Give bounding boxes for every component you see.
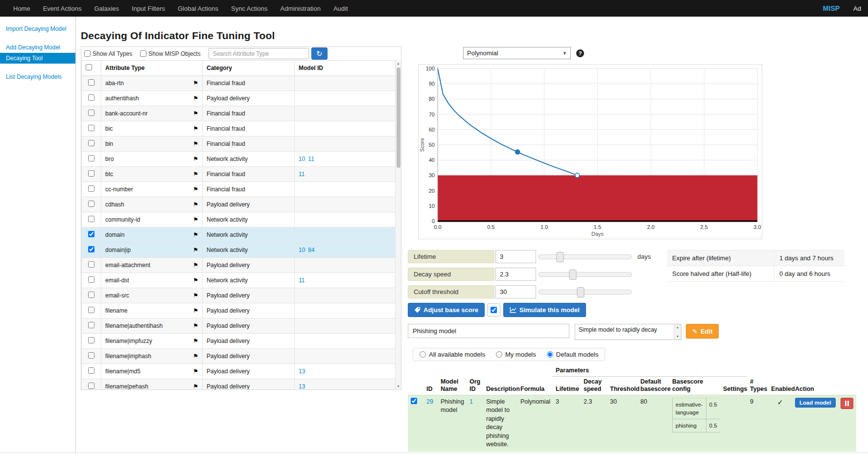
model-id-link[interactable]: 11: [308, 156, 314, 162]
scroll-down-icon[interactable]: ▼: [676, 335, 679, 338]
attribute-row-checkbox[interactable]: [88, 367, 94, 374]
attribute-row-checkbox[interactable]: [88, 246, 94, 252]
attribute-row[interactable]: email-dst⚑ Network activity 11: [82, 273, 396, 288]
attribute-row-checkbox[interactable]: [88, 94, 94, 101]
textarea-scrollbar[interactable]: ▲ ▼: [674, 324, 681, 340]
filter-all-models[interactable]: All available models: [420, 351, 485, 358]
sidebar-item[interactable]: List Decaying Models: [0, 71, 75, 82]
scroll-down-icon[interactable]: ▼: [397, 384, 400, 389]
navbar-item[interactable]: Input Filters: [125, 5, 171, 12]
filter-default-models[interactable]: Default models: [547, 351, 599, 358]
scroll-up-icon[interactable]: ▲: [676, 326, 679, 329]
navbar-item[interactable]: Event Actions: [37, 5, 88, 12]
attribute-row[interactable]: bin⚑ Financial fraud: [82, 136, 396, 152]
attribute-row-checkbox[interactable]: [88, 140, 94, 146]
attribute-row[interactable]: btc⚑ Financial fraud 11: [82, 167, 396, 182]
attribute-table-scrollbar[interactable]: ▲ ▼: [395, 61, 401, 389]
show-all-types-checkbox[interactable]: [84, 50, 91, 57]
attribute-row[interactable]: filename⚑ Payload delivery: [82, 303, 396, 318]
navbar-item[interactable]: Home: [7, 5, 37, 12]
lifetime-input[interactable]: [495, 250, 536, 263]
model-filter-radio[interactable]: [496, 351, 502, 358]
show-all-types-option[interactable]: Show All Types: [84, 50, 132, 57]
lifetime-slider[interactable]: [538, 254, 632, 259]
attribute-row[interactable]: bank-account-nr⚑ Financial fraud: [82, 106, 396, 121]
attribute-row-checkbox[interactable]: [88, 307, 94, 313]
slider-handle[interactable]: [577, 287, 584, 297]
attribute-row[interactable]: email-attachment⚑ Payload delivery: [82, 258, 396, 273]
attribute-row[interactable]: filename|md5⚑ Payload delivery 13: [82, 364, 396, 379]
select-all-checkbox[interactable]: [86, 64, 92, 70]
attribute-row-checkbox[interactable]: [88, 110, 94, 116]
cutoff-threshold-input[interactable]: [495, 285, 536, 298]
model-id-link[interactable]: 29: [426, 398, 433, 405]
attribute-row-checkbox[interactable]: [88, 292, 94, 298]
edit-model-button[interactable]: ✎ Edit: [686, 324, 719, 339]
attribute-row-checkbox[interactable]: [88, 352, 94, 359]
simulate-model-button[interactable]: Simulate this model: [503, 303, 586, 317]
model-id-link[interactable]: 84: [308, 247, 314, 253]
attribute-row[interactable]: cdhash⚑ Payload delivery: [82, 197, 396, 212]
navbar-item[interactable]: Galaxies: [88, 5, 125, 12]
pause-model-button[interactable]: [841, 398, 853, 409]
adjust-base-score-button[interactable]: Adjust base score: [408, 303, 485, 317]
attribute-row[interactable]: email-src⚑ Payload delivery: [82, 288, 396, 303]
search-attribute-input[interactable]: [209, 48, 309, 59]
slider-handle[interactable]: [569, 270, 577, 280]
navbar-item[interactable]: Global Actions: [171, 5, 225, 12]
attribute-row[interactable]: cc-number⚑ Financial fraud: [82, 182, 396, 197]
model-filter-radio[interactable]: [547, 351, 553, 358]
sidebar-item[interactable]: Decaying Tool: [0, 53, 75, 64]
attribute-row-checkbox[interactable]: [88, 337, 94, 343]
model-id-link[interactable]: 13: [299, 368, 305, 375]
attribute-row-checkbox[interactable]: [88, 201, 94, 207]
model-row-checkbox[interactable]: [411, 398, 417, 404]
show-misp-objects-checkbox[interactable]: [140, 50, 146, 57]
model-description-textarea[interactable]: Simple model to rapidly decay: [575, 324, 681, 340]
attribute-row[interactable]: bro⚑ Network activity 1011: [82, 152, 396, 167]
attribute-row-checkbox[interactable]: [88, 125, 94, 131]
attribute-row-checkbox[interactable]: [88, 155, 94, 161]
attribute-row[interactable]: domain⚑ Network activity: [82, 228, 396, 243]
sidebar-item[interactable]: Add Decaying Model: [0, 42, 75, 53]
attribute-row[interactable]: authentihash⚑ Payload delivery: [82, 91, 396, 106]
slider-handle[interactable]: [556, 252, 563, 262]
attribute-row-checkbox[interactable]: [88, 231, 94, 237]
decay-speed-input[interactable]: [495, 268, 536, 281]
attribute-row[interactable]: aba-rtn⚑ Financial fraud: [82, 76, 396, 91]
scrollbar-thumb[interactable]: [397, 68, 400, 168]
decay-speed-slider[interactable]: [538, 272, 632, 277]
model-id-link[interactable]: 11: [299, 277, 305, 284]
attribute-row-checkbox[interactable]: [88, 79, 94, 86]
sidebar-item[interactable]: Import Decaying Model: [0, 23, 75, 34]
help-icon[interactable]: ?: [576, 49, 584, 57]
model-id-link[interactable]: 11: [299, 171, 305, 178]
attribute-row-checkbox[interactable]: [88, 276, 94, 283]
attribute-row[interactable]: domain|ip⚑ Network activity 1084: [82, 243, 396, 258]
navbar-user-truncated[interactable]: Ad: [853, 5, 861, 12]
load-model-button[interactable]: Load model: [795, 398, 836, 408]
show-misp-objects-option[interactable]: Show MISP Objects: [140, 50, 201, 57]
model-id-link[interactable]: 10: [299, 247, 305, 253]
navbar-item[interactable]: Audit: [327, 5, 354, 12]
navbar-item[interactable]: Administration: [274, 5, 327, 12]
model-name-input[interactable]: [408, 324, 569, 338]
misp-brand[interactable]: MISP: [823, 4, 840, 12]
adjust-base-score-checkbox[interactable]: [491, 307, 497, 313]
attribute-row[interactable]: bic⚑ Financial fraud: [82, 121, 396, 136]
attribute-row-checkbox[interactable]: [88, 185, 94, 192]
scroll-up-icon[interactable]: ▲: [397, 61, 400, 67]
formula-select[interactable]: Polynomial ▼: [463, 47, 571, 59]
cutoff-threshold-slider[interactable]: [538, 290, 632, 295]
model-row[interactable]: 29 Phishing model 1 Simple model to rapi…: [408, 395, 856, 452]
attribute-row[interactable]: filename|pehash⚑ Payload delivery 13: [82, 379, 396, 390]
attribute-row-checkbox[interactable]: [88, 383, 94, 389]
filter-my-models[interactable]: My models: [496, 351, 536, 358]
model-filter-radio[interactable]: [420, 351, 426, 358]
attribute-row[interactable]: filename|imphash⚑ Payload delivery: [82, 349, 396, 364]
model-id-link[interactable]: 10: [299, 156, 305, 162]
attribute-row-checkbox[interactable]: [88, 170, 94, 177]
navbar-item[interactable]: Sync Actions: [225, 5, 274, 12]
model-id-link[interactable]: 13: [299, 383, 305, 390]
attribute-row-checkbox[interactable]: [88, 322, 94, 328]
